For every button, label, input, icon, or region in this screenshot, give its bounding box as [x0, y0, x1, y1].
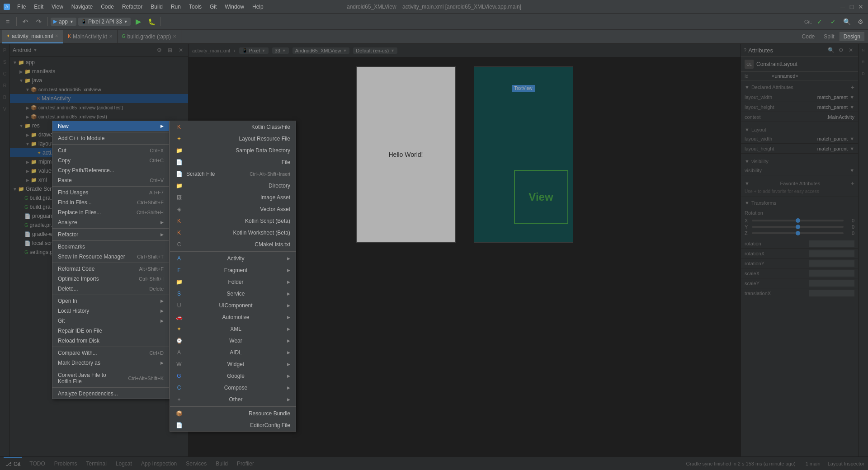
sub-uicomponent[interactable]: U UIComponent	[170, 300, 296, 311]
tab-activity-main[interactable]: ✦ activity_main.xml ✕	[2, 30, 63, 43]
sub-aidl[interactable]: A AIDL	[170, 347, 296, 358]
android-dropdown-icon[interactable]: ▼	[33, 48, 37, 52]
tree-item-manifests[interactable]: ▶ 📁 manifests	[10, 67, 188, 76]
bottom-tab-profiler[interactable]: Profiler	[235, 457, 256, 470]
bottom-tab-terminal[interactable]: Terminal	[84, 457, 108, 470]
scalex-attr-input[interactable]	[809, 270, 854, 277]
git-checkmark1[interactable]: ✓	[814, 16, 826, 28]
tab-build-gradle-close[interactable]: ✕	[173, 34, 176, 39]
menu-edit[interactable]: Edit	[30, 2, 47, 11]
attr-close-btn[interactable]: ✕	[846, 46, 855, 55]
rotation-attr-input[interactable]	[809, 240, 854, 247]
tree-item-mainactivity[interactable]: K MainActivity	[10, 94, 188, 103]
tree-item-app[interactable]: ▼ 📁 app	[10, 58, 188, 67]
bottom-tab-services[interactable]: Services	[184, 457, 208, 470]
ctx-add-cpp[interactable]: Add C++ to Module	[52, 133, 169, 143]
maximize-button[interactable]: □	[848, 3, 855, 10]
scaley-attr-input[interactable]	[809, 280, 854, 287]
menu-navigate[interactable]: Navigate	[68, 2, 96, 11]
sub-image-asset[interactable]: 🖼 Image Asset	[170, 192, 296, 203]
ctx-mark-directory[interactable]: Mark Directory as	[52, 358, 169, 368]
tree-item-java[interactable]: ▼ 📁 java	[10, 76, 188, 85]
canvas-theme-selector[interactable]: Android65_XMLView ▼	[292, 47, 350, 54]
code-view-btn[interactable]: Code	[798, 32, 819, 41]
tab-mainactivity[interactable]: K MainActivity.kt ✕	[63, 30, 117, 43]
declared-attributes-add[interactable]: +	[851, 84, 854, 91]
menu-code[interactable]: Code	[97, 2, 118, 11]
canvas-api-selector[interactable]: 33 ▼	[272, 47, 289, 54]
visibility-dropdown[interactable]: ▼	[849, 168, 854, 173]
ctx-cut[interactable]: Cut Ctrl+X	[52, 146, 169, 155]
sub-editorconfig[interactable]: 📄 EditorConfig File	[170, 419, 296, 431]
tab-build-gradle[interactable]: G build.gradle (:app) ✕	[118, 30, 182, 43]
ctx-copy[interactable]: Copy Ctrl+C	[52, 155, 169, 165]
project-close-btn[interactable]: ✕	[176, 46, 185, 55]
sub-wear[interactable]: ⌚ Wear	[170, 335, 296, 347]
ctx-refactor[interactable]: Refactor	[52, 230, 169, 240]
layout-width-dropdown[interactable]: ▼	[849, 136, 854, 141]
attr-layout-width-dropdown[interactable]: ▼	[849, 94, 854, 100]
sub-fragment[interactable]: F Fragment	[170, 264, 296, 276]
split-view-btn[interactable]: Split	[820, 32, 838, 41]
tree-item-package-androidtest[interactable]: ▶ 📦 com.test.android65_xmlview (androidT…	[10, 103, 188, 112]
ctx-analyze[interactable]: Analyze	[52, 217, 169, 227]
sub-kotlin-script[interactable]: K Kotlin Script (Beta)	[170, 215, 296, 227]
rotation-z-slider[interactable]	[752, 232, 844, 234]
minimize-button[interactable]: ─	[839, 3, 846, 10]
menu-run[interactable]: Run	[167, 2, 184, 11]
layout-height-dropdown[interactable]: ▼	[849, 146, 854, 151]
sub-widget[interactable]: W Widget	[170, 358, 296, 370]
sub-xml[interactable]: ✦ XML	[170, 323, 296, 335]
canvas-locale-selector[interactable]: Default (en-us) ▼	[353, 47, 397, 54]
attr-help-icon[interactable]: ?	[744, 47, 746, 53]
sub-kotlin-class[interactable]: K Kotlin Class/File	[170, 121, 296, 133]
run-config-selector[interactable]: ▶ app ▼	[51, 18, 76, 26]
visibility-header[interactable]: ▼ visibility	[741, 157, 858, 165]
device-selector[interactable]: 📱 Pixel 2 API 33 ▼	[78, 18, 131, 26]
sub-layout-resource[interactable]: ✦ Layout Resource File	[170, 133, 296, 145]
menu-git[interactable]: Git	[206, 2, 220, 11]
running-devices-icon[interactable]: R	[859, 57, 868, 66]
sub-file[interactable]: 📄 File	[170, 156, 296, 168]
rotationy-attr-input[interactable]	[809, 260, 854, 267]
tab-mainactivity-close[interactable]: ✕	[109, 34, 113, 39]
ctx-delete[interactable]: Delete... Delete	[52, 284, 169, 294]
project-gear-btn[interactable]: ⚙	[155, 46, 164, 55]
sub-cmakelists[interactable]: C CMakeLists.txt	[170, 239, 296, 250]
tree-item-package-test[interactable]: ▶ 📦 com.test.android65_xmlview (test)	[10, 112, 188, 121]
ctx-find-in-files[interactable]: Find in Files... Ctrl+Shift+F	[52, 197, 169, 207]
tree-item-package-main[interactable]: ▼ 📦 com.test.android65_xmlview	[10, 85, 188, 94]
ctx-bookmarks[interactable]: Bookmarks	[52, 242, 169, 252]
ctx-local-history[interactable]: Local History	[52, 306, 169, 316]
menu-build[interactable]: Build	[147, 2, 166, 11]
ctx-paste[interactable]: Paste Ctrl+V	[52, 175, 169, 185]
attr-search-btn[interactable]: 🔍	[826, 46, 835, 55]
declared-attributes-header[interactable]: ▼ Declared Attributes +	[741, 82, 858, 92]
ctx-repair-ide[interactable]: Repair IDE on File	[52, 326, 169, 336]
rotationx-attr-input[interactable]	[809, 250, 854, 257]
ctx-replace-in-files[interactable]: Replace in Files... Ctrl+Shift+H	[52, 207, 169, 217]
layout-section-header[interactable]: ▼ Layout	[741, 126, 858, 134]
bottom-tab-app-inspection[interactable]: App Inspection	[139, 457, 179, 470]
toolbar-redo-btn[interactable]: ↷	[33, 16, 45, 28]
sub-other[interactable]: + Other	[170, 394, 296, 405]
sidebar-pullrequests-icon[interactable]: R	[0, 81, 9, 90]
ctx-find-usages[interactable]: Find Usages Alt+F7	[52, 188, 169, 197]
rotation-x-slider[interactable]	[752, 220, 844, 221]
sub-vector-asset[interactable]: ◈ Vector Asset	[170, 203, 296, 215]
translationx-attr-input[interactable]	[809, 290, 854, 296]
sidebar-structure-icon[interactable]: S	[0, 57, 9, 66]
debug-button[interactable]: 🐛	[146, 16, 158, 28]
search-everywhere-btn[interactable]: 🔍	[841, 16, 853, 28]
sidebar-project-icon[interactable]: P	[0, 46, 9, 55]
tab-activity-main-close[interactable]: ✕	[55, 33, 58, 38]
sub-service[interactable]: S Service	[170, 288, 296, 300]
bottom-tab-todo[interactable]: TODO	[28, 457, 47, 470]
ctx-optimize-imports[interactable]: Optimize Imports Ctrl+Shift+I	[52, 274, 169, 284]
sub-directory[interactable]: 📁 Directory	[170, 180, 296, 192]
ctx-open-in[interactable]: Open In	[52, 296, 169, 306]
bottom-tab-build[interactable]: Build	[214, 457, 230, 470]
sidebar-bookmarks-icon[interactable]: B	[0, 93, 9, 102]
sub-kotlin-worksheet[interactable]: K Kotlin Worksheet (Beta)	[170, 227, 296, 239]
sub-sample-data-dir[interactable]: 📁 Sample Data Directory	[170, 145, 296, 156]
